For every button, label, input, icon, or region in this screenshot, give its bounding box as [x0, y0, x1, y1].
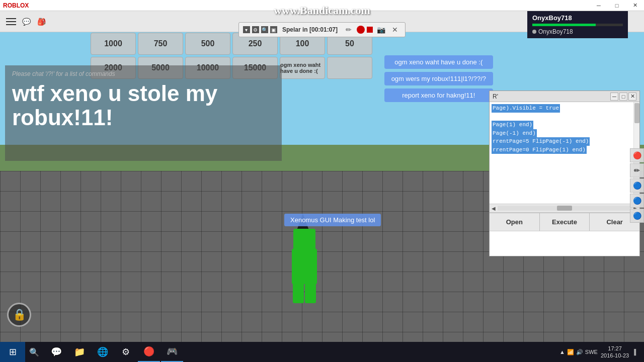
user-panel: OnyxBoy718 OnyxBoy718 [527, 11, 628, 38]
rec-monitor-btn[interactable]: ▣ [270, 26, 277, 33]
editor-horizontal-bar: ◀ ▶ [490, 204, 639, 213]
side-icon-4[interactable]: 🔵 [630, 194, 644, 208]
rec-pencil-icon[interactable]: ✏ [343, 24, 355, 36]
num-btn-750[interactable]: 750 [138, 33, 183, 55]
title-bar-left: ROBLOX [0, 2, 29, 9]
tray-lang: SWE [585, 349, 598, 355]
code-line-4: Page(-1) end) [492, 129, 637, 138]
online-dot [532, 30, 536, 34]
code-highlighted-1: Page).Visible = true [492, 104, 560, 113]
game-character [292, 249, 317, 284]
code-line-6: rrentPage=0 FlipPage(1) end) [492, 146, 637, 154]
maximize-button[interactable]: □ [608, 0, 626, 11]
sys-tray: ▲ 📶 🔊 SWE [559, 349, 598, 355]
num-btn-chat1[interactable]: ogm xeno waht have u done :( [280, 57, 325, 79]
rec-stop-btn[interactable] [367, 27, 373, 33]
system-clock[interactable]: 17:27 2016-10-23 [601, 345, 629, 359]
rec-dropdown-btn[interactable]: ▾ [243, 26, 250, 33]
user-xp-bar [532, 24, 623, 26]
taskbar-app-files[interactable]: 📁 [68, 342, 91, 362]
editor-ctrl-buttons: ─ □ ✕ [610, 93, 636, 101]
taskbar-app-settings[interactable]: ⚙ [115, 342, 137, 362]
toolbar-icons: 💬 🎒 [20, 16, 47, 28]
minimize-button[interactable]: ─ [590, 0, 608, 11]
taskbar-app-browser[interactable]: 🌐 [92, 342, 114, 362]
side-icon-3[interactable]: 🔵 [630, 178, 644, 193]
menu-icon[interactable] [4, 15, 18, 29]
open-button[interactable]: Open [490, 213, 540, 231]
num-btn-500[interactable]: 500 [185, 33, 230, 55]
code-line-1: Page).Visible = true [492, 104, 637, 113]
code-highlighted-3: Page(1) end) [492, 121, 533, 129]
code-content: Page).Visible = true Page(1) end) Page(-… [490, 102, 639, 204]
taskbar-apps: 💬 📁 🌐 ⚙ 🔴 🎮 [45, 342, 183, 362]
code-line-2 [492, 113, 637, 121]
h-scroll-thumb[interactable] [557, 206, 572, 211]
taskbar-app-chat[interactable]: 💬 [45, 342, 67, 362]
taskbar-right: ▲ 📶 🔊 SWE 17:27 2016-10-23 ▌ [559, 342, 644, 362]
menu-line [6, 24, 16, 25]
editor-minimize-btn[interactable]: ─ [610, 93, 618, 101]
editor-title: R' [493, 93, 498, 100]
chat-messages: ogm xeno waht have u done :( ogm wers my… [384, 55, 493, 102]
rec-red-btn[interactable] [357, 26, 365, 34]
rec-search-btn[interactable]: 🔍 [261, 26, 268, 33]
clock-date: 2016-10-23 [601, 352, 629, 359]
backpack-icon[interactable]: 🎒 [35, 16, 47, 28]
code-highlighted-6: rrentPage=0 FlipPage(1) end) [492, 146, 587, 154]
code-area[interactable]: Page).Visible = true Page(1) end) Page(-… [490, 102, 639, 204]
lock-icon[interactable]: 🔒 [7, 303, 31, 327]
char-leg-left [293, 283, 304, 303]
rec-camera-icon[interactable]: 📷 [375, 24, 387, 36]
clock-time: 17:27 [608, 345, 622, 352]
num-btn-1000[interactable]: 1000 [91, 33, 136, 55]
taskbar-app-roblox[interactable]: 🎮 [161, 342, 183, 362]
code-highlighted-5: rrentPage=5 FlipPage(-1) end) [492, 137, 590, 146]
online-user-name: OnyxBoy718 [538, 28, 573, 35]
user-xp-fill [532, 24, 596, 26]
h-scroll-left-btn[interactable]: ◀ [490, 204, 498, 212]
editor-maximize-btn[interactable]: □ [619, 93, 627, 101]
char-label: Xenomus GUI Making test lol [284, 214, 381, 226]
editor-close-btn[interactable]: ✕ [628, 93, 636, 101]
taskbar-app-record[interactable]: 🔴 [138, 342, 160, 362]
h-scroll-track[interactable] [498, 206, 631, 211]
code-line-3: Page(1) end) [492, 121, 637, 129]
tray-volume[interactable]: 🔊 [576, 349, 583, 355]
char-body [292, 249, 317, 284]
start-button[interactable]: ⊞ [0, 342, 25, 362]
editor-output[interactable] [490, 231, 639, 256]
side-icon-2[interactable]: ✏ [630, 163, 644, 177]
chat-hint: Please chat '/?!' for a list of commands [12, 70, 275, 77]
title-bar-controls: ─ □ ✕ [590, 0, 644, 11]
execute-button[interactable]: Execute [540, 213, 590, 231]
chat-bubble-2[interactable]: report xeno for hakng!11! [384, 88, 493, 102]
num-btn-empty [327, 57, 372, 79]
big-chat-text: wtf xeno u stole my robux!11! [12, 81, 275, 130]
editor-title-bar: R' ─ □ ✕ [490, 91, 639, 102]
script-editor-panel: R' ─ □ ✕ Page).Visible = true Page(1) en… [489, 90, 640, 256]
side-icon-5[interactable]: 🔵 [630, 209, 644, 223]
side-icons: 🔴 ✏ 🔵 🔵 🔵 [630, 148, 644, 223]
user-panel-name: OnyxBoy718 [532, 14, 623, 22]
menu-line [6, 21, 16, 22]
tray-network[interactable]: 📶 [567, 349, 574, 355]
show-desktop-btn[interactable]: ▌ [632, 349, 640, 355]
char-head [293, 229, 315, 251]
taskbar-search-btn[interactable]: 🔍 [25, 342, 43, 362]
rec-close-icon[interactable]: ✕ [389, 24, 401, 36]
chat-bubble-1[interactable]: ogm wers my robux!111|l1?/??/? [384, 72, 493, 85]
code-highlighted-4: Page(-1) end) [492, 129, 537, 138]
recording-controls: ▾ ⚙ 🔍 ▣ Spelar in [00:01:07] ✏ 📷 ✕ [238, 22, 406, 37]
tray-arrow[interactable]: ▲ [559, 349, 565, 355]
big-chat-area: Please chat '/?!' for a list of commands… [5, 65, 282, 161]
menu-line [6, 18, 16, 19]
chat-icon[interactable]: 💬 [20, 16, 32, 28]
editor-scroll-thumb[interactable] [634, 103, 639, 123]
side-icon-1[interactable]: 🔴 [630, 148, 644, 162]
char-leg-right [305, 283, 316, 303]
chat-bubble-0[interactable]: ogm xeno waht have u done :( [384, 55, 493, 69]
close-button[interactable]: ✕ [626, 0, 644, 11]
rec-timer: Spelar in [00:01:07] [282, 26, 338, 33]
rec-settings-btn[interactable]: ⚙ [252, 26, 259, 33]
